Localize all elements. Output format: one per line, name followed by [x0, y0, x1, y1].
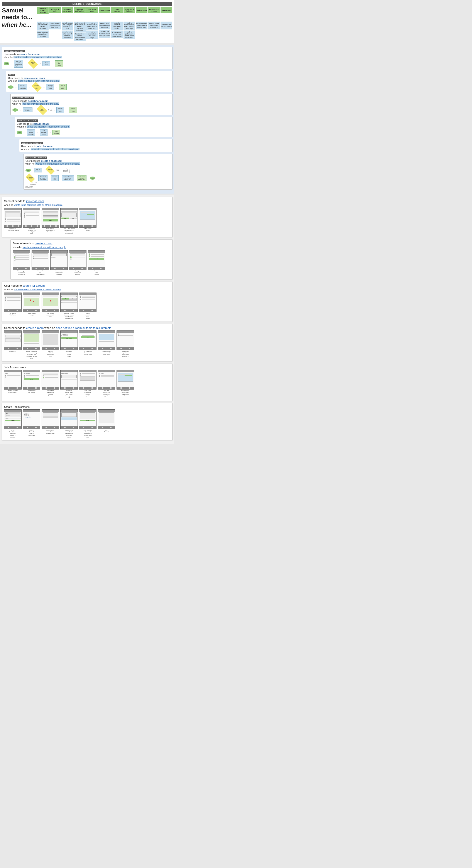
flow-card-2: ROOM User needs to create a chat room wh… [6, 71, 172, 92]
arrow-1a: → [10, 62, 13, 65]
sf-ni-2a1 [17, 268, 18, 269]
flow-rect-join3: taps tojoinroom [69, 107, 77, 113]
sf-nav-6e [79, 426, 96, 429]
ns-col-10: Leave a room [161, 7, 172, 14]
dw-6b: list of profilesappear [26, 175, 35, 182]
sketch-frame-6a: Name Description Address People Create [4, 409, 22, 429]
col-header-7: Search for a chat room [124, 7, 135, 13]
sf-ni-2d2 [81, 268, 83, 269]
sf-box-2c [52, 253, 67, 256]
when-keyword-1: is interested in rooms near a certain lo… [13, 56, 62, 58]
sketch-frame-6f [98, 409, 115, 429]
sf-box-1c [43, 213, 58, 216]
sfl-2c: User can typewith no autodisplayednames [55, 270, 63, 277]
sketch-frame-1e [79, 208, 97, 227]
sf-ni-5d1 [64, 388, 66, 389]
flow-rect-edit4: editsmessage [52, 130, 60, 135]
sfl-4b: Google Maps stylestandalone as mapfor lo… [26, 350, 37, 359]
ns-when-row: when he... want to limit the conversatio… [2, 22, 172, 41]
sfl-3a: My RoomsThe Rooms [9, 313, 16, 316]
ugc-label-5: USER GOAL CATEGORY [21, 142, 43, 144]
sf-ni-4f2 [110, 348, 111, 349]
sf-avatar-2d1 [70, 256, 72, 258]
sf-ni-5d2 [73, 388, 74, 389]
flow-card-4: USER GOAL CATEGORY User needs to edit a … [15, 117, 172, 137]
sf-msg-1e1 [81, 212, 90, 213]
sf-search-3d [61, 296, 77, 297]
sfl-6e: User accessesthe page /the bottom toprov… [83, 429, 92, 438]
ns-when-col-8: wants to respond to a message in another… [136, 22, 148, 41]
sf-li-2d2 [70, 258, 86, 260]
sfl-5d: A solid bitaround whenuser shouldmake su… [64, 390, 74, 399]
sf-nav-1e [79, 225, 96, 227]
sf-ni-6c1 [45, 427, 47, 428]
sf-dot-1a3 [5, 221, 6, 222]
sketch-frame-3d: All Near [60, 292, 78, 312]
sf-nav-1d [61, 225, 77, 227]
sf-li-3d2 [61, 302, 77, 303]
sf-checkboxes-2a [14, 255, 29, 260]
arrow-1c: → [39, 62, 41, 65]
col-header-5: Create a room [99, 7, 110, 13]
sf-lt-5f1 [101, 375, 114, 376]
sf-checkbox-2a2 [14, 257, 15, 258]
sf-sel-2e2 [89, 255, 104, 257]
col-header-3: Set room notifications [74, 7, 86, 13]
sf-selcheck-2e2 [89, 255, 90, 257]
sf-header-1e [79, 208, 96, 210]
sketch-col-1e: (after joiningroom) [79, 208, 97, 235]
sf-btn-4e: Join [81, 336, 95, 338]
sf-ni-1c1 [44, 225, 45, 227]
ns-when-col-9: wants to include others in the conversat… [148, 22, 160, 41]
flow-row-6a: Start → taps onthat topic → interestedin… [26, 167, 171, 174]
sf-ni-2b1 [35, 268, 37, 269]
arrow-3b: → [34, 109, 36, 111]
sketch-col-4d: You are notin this room Join Room Join s… [60, 331, 78, 359]
sf-ni-6a1 [8, 427, 9, 428]
sf-nav-4d [61, 347, 77, 350]
sf-nav-3d [61, 309, 77, 312]
flow-start-4: Start [17, 131, 22, 134]
sf-nav-6b [23, 426, 40, 429]
sf-ni-3b1 [27, 310, 28, 311]
sf-cbt-2a2 [16, 257, 29, 258]
sf-chat-1e [80, 211, 95, 220]
sf-nav-4g [117, 347, 134, 350]
sf-dot-4g2 [117, 335, 119, 336]
sf-lt-5b2 [26, 377, 39, 377]
sf-ni-4a1 [8, 348, 9, 349]
sfl-5f: User finds'My Rooms'page comm.suggestion… [103, 390, 110, 397]
rect-6-dashed: follows topicbelow howthey scroll [62, 167, 70, 173]
ns-col-5: Create a room [99, 7, 110, 14]
sf-li-1b2 [24, 215, 39, 216]
flow-user-needs-4: User needs to edit a message [17, 123, 171, 125]
sf-ni-6c2 [54, 427, 55, 428]
sketch-col-1b: Tipsy styleLogged in theprobably fulltim… [23, 208, 40, 235]
sfl-5e: User swipedown whenview thesuggestions [84, 390, 91, 397]
col-header-2: message a user privately [62, 7, 73, 13]
sf-dot-3d1 [61, 300, 63, 301]
sf-nav-4c [42, 347, 59, 350]
flow-rect-create2: taps toaddroom [59, 84, 67, 90]
sf-li-5a1 [5, 375, 21, 376]
arrow-2a: → [15, 86, 17, 88]
flow-when-he-6: when he wants to communicate with select… [26, 162, 171, 165]
ns-when-col-0: want to limit the conversation to certai… [37, 22, 48, 41]
sf-header-1b [23, 208, 40, 210]
sf-li-2d1 [70, 256, 86, 258]
sf-dot-3a1 [5, 297, 6, 298]
sfl-3b: Home screenfor app [28, 313, 35, 316]
sf-lt-5c2 [45, 377, 58, 378]
sf-line-6c [43, 417, 58, 418]
sf-lt-5a2 [7, 377, 21, 377]
sketch-frame-4a [4, 331, 22, 350]
ns-when-col-10: loses interest in the conversation [161, 22, 172, 41]
sf-ni-1b1 [25, 225, 27, 227]
sketch-paper-1: Samuel needs to join chat room when he w… [2, 197, 172, 237]
flow-user-needs-2: User needs to create a chat room [8, 77, 171, 79]
sf-li-5a2 [5, 376, 21, 377]
when-keyword-6: wants to communicate with select people. [35, 162, 80, 165]
sf-ni-2c2 [63, 268, 64, 269]
sf-dot-1b2 [24, 215, 25, 216]
sf-lt-5c1 [44, 376, 58, 376]
